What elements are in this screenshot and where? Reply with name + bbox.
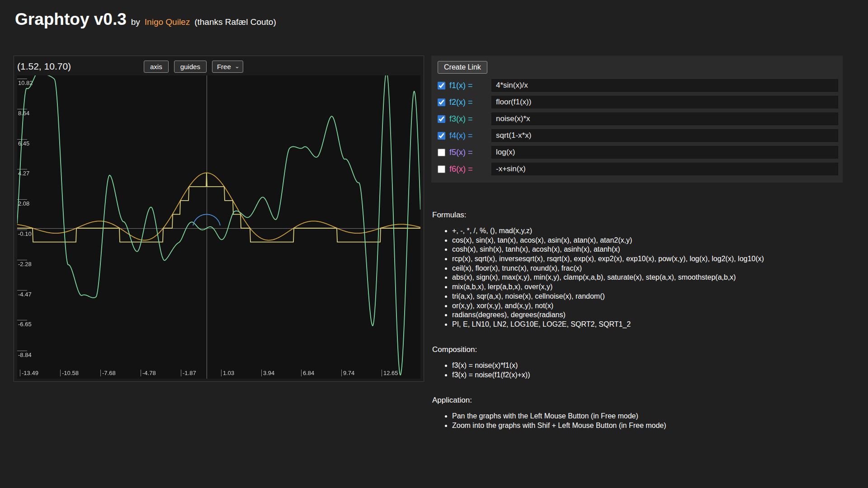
graph-toolbar: (1.52, 10.70) axis guides Free ⌄ xyxy=(17,59,420,74)
formulas-list: +, -, *, /, %, (), mad(x,y,z)cos(x), sin… xyxy=(432,226,853,328)
doc-list-item: rcp(x), sqrt(x), inversesqrt(x), rsqrt(x… xyxy=(452,254,853,263)
doc-list-item: or(x,y), xor(x,y), and(x,y), not(x) xyxy=(452,301,853,310)
function-label-f4: f4(x) = xyxy=(449,131,487,141)
range-mode-select-wrap: Free ⌄ xyxy=(212,61,243,73)
cursor-coordinates: (1.52, 10.70) xyxy=(17,61,138,72)
doc-list-item: PI, E, LN10, LN2, LOG10E, LOG2E, SQRT2, … xyxy=(452,320,853,328)
function-row-f5: f5(x) = xyxy=(438,146,838,159)
page-header: Graphtoy v0.3 by Inigo Quilez (thanks Ra… xyxy=(15,10,276,29)
function-row-f2: f2(x) = xyxy=(438,96,838,108)
function-expression-input-f3[interactable] xyxy=(491,113,838,125)
composition-list: f3(x) = noise(x)*f1(x)f3(x) = noise(f1(f… xyxy=(432,361,853,379)
application-list: Pan the graphs with the Left Mouse Butto… xyxy=(432,412,853,430)
graph-panel: (1.52, 10.70) axis guides Free ⌄ xyxy=(14,56,424,382)
doc-list-item: f3(x) = noise(x)*f1(x) xyxy=(452,361,853,370)
function-label-f3: f3(x) = xyxy=(449,114,487,124)
doc-list-item: f3(x) = noise(f1(f2(x)+x)) xyxy=(452,371,853,379)
create-link-button[interactable]: Create Link xyxy=(438,61,487,74)
range-mode-select[interactable]: Free xyxy=(212,61,243,73)
thanks-note: (thanks Rafæl Couto) xyxy=(194,17,276,27)
function-visibility-checkbox-f3[interactable] xyxy=(438,115,445,123)
function-visibility-checkbox-f2[interactable] xyxy=(438,99,445,106)
function-label-f6: f6(x) = xyxy=(449,164,487,174)
doc-list-item: abs(x), sign(x), max(x,y), min(x,y), cla… xyxy=(452,273,853,282)
doc-list-item: cos(x), sin(x), tan(x), acos(x), asin(x)… xyxy=(452,236,853,244)
function-rows: f1(x) =f2(x) =f3(x) =f4(x) =f5(x) =f6(x)… xyxy=(438,79,838,175)
author-link[interactable]: Inigo Quilez xyxy=(145,17,190,27)
doc-list-item: radians(degrees), degrees(radians) xyxy=(452,310,853,319)
formulas-title: Formulas: xyxy=(432,211,853,220)
doc-list-item: mix(a,b,x), lerp(a,b,x), over(x,y) xyxy=(452,282,853,291)
function-visibility-checkbox-f5[interactable] xyxy=(438,149,445,156)
app-title: Graphtoy v0.3 xyxy=(15,10,127,29)
function-row-f6: f6(x) = xyxy=(438,163,838,175)
doc-list-item: Pan the graphs with the Left Mouse Butto… xyxy=(452,412,853,420)
function-label-f1: f1(x) = xyxy=(449,81,487,90)
function-expression-input-f5[interactable] xyxy=(491,146,838,159)
guides-toggle-button[interactable]: guides xyxy=(174,61,207,73)
function-row-f4: f4(x) = xyxy=(438,129,838,142)
doc-list-item: tri(a,x), sqr(a,x), noise(x), cellnoise(… xyxy=(452,292,853,300)
function-label-f2: f2(x) = xyxy=(449,98,487,107)
function-visibility-checkbox-f4[interactable] xyxy=(438,132,445,140)
byline: by xyxy=(131,17,140,27)
plot-canvas[interactable] xyxy=(17,75,420,379)
doc-list-item: Zoom into the graphs with Shif + Left Mo… xyxy=(452,421,853,430)
axis-toggle-button[interactable]: axis xyxy=(144,61,169,73)
composition-title: Composition: xyxy=(432,345,853,354)
function-row-f1: f1(x) = xyxy=(438,79,838,92)
function-expression-input-f6[interactable] xyxy=(491,163,838,175)
doc-list-item: cosh(x), sinh(x), tanh(x), acosh(x), asi… xyxy=(452,245,853,253)
function-visibility-checkbox-f1[interactable] xyxy=(438,82,445,89)
functions-panel: Create Link f1(x) =f2(x) =f3(x) =f4(x) =… xyxy=(431,56,843,183)
function-expression-input-f2[interactable] xyxy=(491,96,838,108)
doc-list-item: +, -, *, /, %, (), mad(x,y,z) xyxy=(452,226,853,235)
application-title: Application: xyxy=(432,396,853,405)
doc-list-item: ceil(x), floor(x), trunc(x), round(x), f… xyxy=(452,264,853,272)
function-expression-input-f4[interactable] xyxy=(491,129,838,142)
function-label-f5: f5(x) = xyxy=(449,148,487,157)
function-visibility-checkbox-f6[interactable] xyxy=(438,165,445,173)
function-row-f3: f3(x) = xyxy=(438,113,838,125)
function-expression-input-f1[interactable] xyxy=(491,79,838,92)
documentation: Formulas: +, -, *, /, %, (), mad(x,y,z)c… xyxy=(432,211,853,446)
